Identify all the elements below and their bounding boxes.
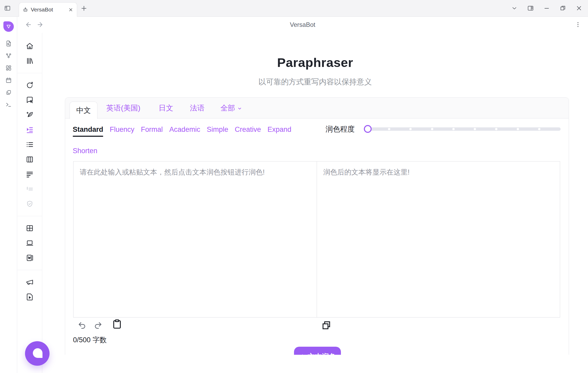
window-controls (511, 0, 582, 16)
kebab-menu-icon[interactable] (575, 21, 581, 28)
mode-tab-standard[interactable]: Standard (73, 125, 103, 134)
indent-list-active-icon[interactable] (26, 126, 34, 134)
slider-stop (388, 128, 390, 130)
file-play-icon[interactable] (26, 293, 34, 301)
paraphrase-button[interactable]: 文本润色 (294, 347, 341, 355)
source-text-input[interactable] (74, 161, 317, 317)
tab-language-all[interactable]: 全部 (220, 103, 242, 113)
sidebar-divider (17, 216, 42, 216)
page-title: Paraphraser (42, 55, 588, 70)
indent-list-disabled-icon (26, 185, 34, 193)
slider-track[interactable] (368, 127, 561, 131)
tab-language-english-us[interactable]: 英语(美国) (106, 103, 140, 113)
tab-language-all-label: 全部 (220, 103, 235, 113)
copy-result-icon[interactable] (321, 320, 331, 331)
quill-sparkle-icon[interactable] (26, 111, 34, 119)
navbar: VersaBot (17, 17, 588, 33)
sidebar-toggle-icon[interactable] (4, 5, 11, 11)
tool-sidebar (17, 33, 42, 373)
minimize-icon[interactable] (543, 5, 550, 11)
chat-bubble-icon (33, 348, 42, 358)
mode-tab-expand[interactable]: Expand (267, 125, 291, 134)
chat-bubble-button[interactable] (25, 341, 50, 366)
restore-icon[interactable] (560, 5, 566, 11)
megaphone-icon[interactable] (26, 278, 34, 286)
polish-degree-slider[interactable] (368, 125, 561, 133)
window-titlebar: VersaBot (0, 0, 588, 17)
close-icon[interactable] (576, 5, 582, 11)
align-left-icon[interactable] (26, 170, 34, 178)
chevron-down-icon (237, 106, 242, 111)
mode-tab-formal[interactable]: Formal (141, 125, 163, 134)
slider-stop (409, 128, 412, 130)
bullet-list-icon[interactable] (26, 141, 34, 148)
input-panel (74, 161, 317, 317)
chat-refresh-sparkle-icon[interactable] (26, 81, 34, 89)
polish-degree-label: 润色程度 (326, 124, 355, 134)
tab-language-japanese[interactable]: 日文 (159, 103, 173, 113)
mode-tabs: Standard Fluency Formal Academic Simple … (73, 125, 307, 156)
home-icon[interactable] (26, 42, 34, 50)
sparkle-icon (299, 353, 306, 355)
copy-pages-icon[interactable] (5, 89, 12, 96)
slider-stop (517, 128, 519, 130)
layout-dashboard-icon[interactable] (5, 65, 12, 71)
columns-icon[interactable] (26, 156, 34, 163)
slider-stop (538, 128, 540, 130)
slider-stop (495, 128, 498, 130)
undo-icon[interactable] (78, 321, 86, 330)
tab-language-french[interactable]: 法语 (190, 103, 205, 113)
nav-title: VersaBot (17, 17, 588, 33)
output-panel: 润色后的文本将显示在这里! (317, 161, 560, 317)
char-counter: 0/500 字数 (73, 335, 107, 345)
shield-check-disabled-icon (26, 200, 34, 208)
browser-tab[interactable]: VersaBot (19, 2, 77, 17)
tab-title: VersaBot (31, 7, 66, 13)
mode-tab-academic[interactable]: Academic (169, 125, 200, 134)
terminal-icon[interactable] (5, 102, 12, 108)
slider-stop (452, 128, 455, 130)
main-content: Paraphraser 以可靠的方式重写内容以保持意义 中文 英语(美国) 日文… (42, 33, 588, 355)
share-nodes-icon[interactable] (5, 53, 12, 59)
versabot-logo[interactable] (3, 21, 14, 32)
paste-clipboard-icon[interactable] (112, 319, 122, 330)
slider-thumb[interactable] (364, 125, 372, 133)
calendar-icon[interactable] (5, 77, 12, 83)
word-document-icon[interactable] (26, 254, 34, 262)
slider-stop (431, 128, 433, 130)
app-window: VersaBot (0, 0, 588, 373)
panel-right-icon[interactable] (527, 5, 534, 11)
sidebar-divider (17, 270, 42, 270)
mode-tab-fluency[interactable]: Fluency (110, 125, 134, 134)
language-tabs: 中文 英语(美国) 日文 法语 全部 (65, 98, 569, 119)
new-tab-button[interactable] (80, 5, 88, 12)
left-rail (0, 17, 17, 373)
file-search-icon[interactable] (5, 40, 12, 47)
page-subtitle: 以可靠的方式重写内容以保持意义 (42, 77, 588, 87)
sidebar-divider (17, 73, 42, 73)
chat-search-icon[interactable] (26, 96, 34, 104)
output-placeholder: 润色后的文本将显示在这里! (317, 161, 560, 183)
tab-language-chinese[interactable]: 中文 (70, 102, 97, 119)
redo-icon[interactable] (94, 321, 102, 330)
tab-close-icon[interactable] (68, 7, 73, 12)
mode-tab-simple[interactable]: Simple (207, 125, 228, 134)
library-books-icon[interactable] (26, 57, 34, 65)
chevron-down-icon[interactable] (511, 5, 518, 11)
table-grid-icon[interactable] (26, 224, 34, 232)
paraphraser-card: 中文 英语(美国) 日文 法语 全部 Standard Fluency Form… (65, 97, 569, 355)
mode-tab-creative[interactable]: Creative (235, 125, 261, 134)
editor-panels: 润色后的文本将显示在这里! (73, 161, 560, 318)
robot-favicon-icon (23, 7, 28, 13)
slider-stop (474, 128, 476, 130)
mode-tab-shorten[interactable]: Shorten (73, 146, 97, 156)
paraphrase-button-label: 文本润色 (308, 352, 336, 355)
laptop-icon[interactable] (26, 239, 34, 247)
